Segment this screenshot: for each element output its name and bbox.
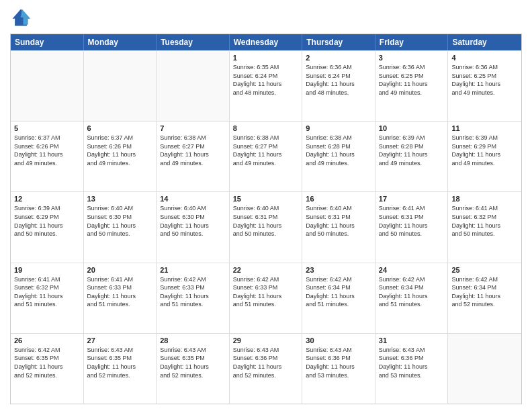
day-info: Sunrise: 6:43 AM Sunset: 6:36 PM Dayligh…	[306, 346, 371, 379]
calendar-cell: 4Sunrise: 6:36 AM Sunset: 6:25 PM Daylig…	[448, 51, 521, 121]
day-info: Sunrise: 6:43 AM Sunset: 6:35 PM Dayligh…	[87, 346, 153, 379]
calendar-header-friday: Friday	[375, 34, 449, 50]
day-info: Sunrise: 6:39 AM Sunset: 6:29 PM Dayligh…	[451, 134, 518, 167]
day-number: 23	[306, 266, 371, 274]
logo-icon	[10, 7, 32, 28]
calendar-cell: 31Sunrise: 6:43 AM Sunset: 6:36 PM Dayli…	[375, 334, 449, 404]
calendar-cell: 16Sunrise: 6:40 AM Sunset: 6:31 PM Dayli…	[302, 192, 375, 262]
calendar-row-5: 26Sunrise: 6:42 AM Sunset: 6:35 PM Dayli…	[11, 333, 521, 404]
day-number: 14	[160, 195, 226, 203]
day-number: 2	[306, 54, 371, 62]
day-info: Sunrise: 6:36 AM Sunset: 6:25 PM Dayligh…	[379, 63, 445, 97]
day-number: 26	[14, 336, 80, 345]
day-number: 16	[306, 195, 371, 203]
day-info: Sunrise: 6:40 AM Sunset: 6:30 PM Dayligh…	[160, 204, 226, 238]
calendar-cell: 7Sunrise: 6:38 AM Sunset: 6:27 PM Daylig…	[157, 122, 230, 191]
day-number: 18	[451, 195, 518, 203]
calendar-cell	[84, 51, 157, 121]
day-info: Sunrise: 6:41 AM Sunset: 6:33 PM Dayligh…	[87, 275, 153, 309]
day-info: Sunrise: 6:43 AM Sunset: 6:35 PM Dayligh…	[160, 346, 226, 379]
day-number: 21	[160, 266, 226, 274]
calendar-cell: 1Sunrise: 6:35 AM Sunset: 6:24 PM Daylig…	[230, 51, 303, 121]
calendar-header-saturday: Saturday	[448, 34, 521, 50]
day-number: 28	[160, 336, 226, 345]
calendar-cell	[11, 51, 84, 121]
calendar-header: SundayMondayTuesdayWednesdayThursdayFrid…	[11, 34, 521, 50]
calendar-cell: 20Sunrise: 6:41 AM Sunset: 6:33 PM Dayli…	[84, 263, 157, 333]
day-info: Sunrise: 6:42 AM Sunset: 6:33 PM Dayligh…	[160, 275, 226, 309]
day-number: 29	[233, 336, 299, 345]
day-number: 20	[87, 266, 153, 274]
day-number: 7	[160, 124, 226, 132]
day-info: Sunrise: 6:38 AM Sunset: 6:27 PM Dayligh…	[233, 134, 299, 167]
day-number: 4	[451, 54, 518, 62]
day-info: Sunrise: 6:41 AM Sunset: 6:32 PM Dayligh…	[451, 204, 518, 238]
day-info: Sunrise: 6:35 AM Sunset: 6:24 PM Dayligh…	[233, 63, 299, 97]
calendar-body: 1Sunrise: 6:35 AM Sunset: 6:24 PM Daylig…	[11, 50, 521, 404]
day-info: Sunrise: 6:42 AM Sunset: 6:33 PM Dayligh…	[233, 275, 299, 309]
day-number: 11	[451, 124, 518, 132]
calendar: SundayMondayTuesdayWednesdayThursdayFrid…	[10, 34, 522, 404]
day-info: Sunrise: 6:40 AM Sunset: 6:31 PM Dayligh…	[233, 204, 299, 238]
calendar-cell: 21Sunrise: 6:42 AM Sunset: 6:33 PM Dayli…	[157, 263, 230, 333]
calendar-cell: 8Sunrise: 6:38 AM Sunset: 6:27 PM Daylig…	[230, 122, 303, 191]
calendar-cell: 23Sunrise: 6:42 AM Sunset: 6:34 PM Dayli…	[302, 263, 375, 333]
calendar-cell: 13Sunrise: 6:40 AM Sunset: 6:30 PM Dayli…	[84, 192, 157, 262]
calendar-cell: 26Sunrise: 6:42 AM Sunset: 6:35 PM Dayli…	[11, 334, 84, 404]
calendar-cell: 12Sunrise: 6:39 AM Sunset: 6:29 PM Dayli…	[11, 192, 84, 262]
day-number: 24	[379, 266, 445, 274]
calendar-row-4: 19Sunrise: 6:41 AM Sunset: 6:32 PM Dayli…	[11, 263, 521, 333]
calendar-cell: 11Sunrise: 6:39 AM Sunset: 6:29 PM Dayli…	[448, 122, 521, 191]
day-number: 8	[233, 124, 299, 132]
day-info: Sunrise: 6:41 AM Sunset: 6:32 PM Dayligh…	[14, 275, 80, 309]
day-info: Sunrise: 6:41 AM Sunset: 6:31 PM Dayligh…	[379, 204, 445, 238]
calendar-cell	[157, 51, 230, 121]
calendar-row-1: 1Sunrise: 6:35 AM Sunset: 6:24 PM Daylig…	[11, 50, 521, 121]
logo	[10, 7, 34, 28]
day-info: Sunrise: 6:38 AM Sunset: 6:27 PM Dayligh…	[160, 134, 226, 167]
day-info: Sunrise: 6:40 AM Sunset: 6:30 PM Dayligh…	[87, 204, 153, 238]
day-number: 10	[379, 124, 445, 132]
calendar-cell: 27Sunrise: 6:43 AM Sunset: 6:35 PM Dayli…	[84, 334, 157, 404]
calendar-cell: 18Sunrise: 6:41 AM Sunset: 6:32 PM Dayli…	[448, 192, 521, 262]
day-info: Sunrise: 6:36 AM Sunset: 6:25 PM Dayligh…	[451, 63, 518, 97]
calendar-cell: 22Sunrise: 6:42 AM Sunset: 6:33 PM Dayli…	[230, 263, 303, 333]
day-number: 31	[379, 336, 445, 345]
day-number: 12	[14, 195, 80, 203]
day-number: 15	[233, 195, 299, 203]
calendar-header-wednesday: Wednesday	[230, 34, 303, 50]
day-number: 13	[87, 195, 153, 203]
calendar-cell: 15Sunrise: 6:40 AM Sunset: 6:31 PM Dayli…	[230, 192, 303, 262]
day-info: Sunrise: 6:42 AM Sunset: 6:34 PM Dayligh…	[306, 275, 371, 309]
calendar-cell: 5Sunrise: 6:37 AM Sunset: 6:26 PM Daylig…	[11, 122, 84, 191]
day-info: Sunrise: 6:38 AM Sunset: 6:28 PM Dayligh…	[306, 134, 371, 167]
day-number: 6	[87, 124, 153, 132]
page: SundayMondayTuesdayWednesdayThursdayFrid…	[0, 0, 532, 411]
calendar-cell	[448, 334, 521, 404]
calendar-cell: 25Sunrise: 6:42 AM Sunset: 6:34 PM Dayli…	[448, 263, 521, 333]
calendar-header-tuesday: Tuesday	[157, 34, 230, 50]
day-number: 22	[233, 266, 299, 274]
day-info: Sunrise: 6:42 AM Sunset: 6:35 PM Dayligh…	[14, 346, 80, 379]
calendar-cell: 2Sunrise: 6:36 AM Sunset: 6:24 PM Daylig…	[302, 51, 375, 121]
day-number: 25	[451, 266, 518, 274]
day-info: Sunrise: 6:42 AM Sunset: 6:34 PM Dayligh…	[379, 275, 445, 309]
day-info: Sunrise: 6:43 AM Sunset: 6:36 PM Dayligh…	[233, 346, 299, 379]
calendar-cell: 6Sunrise: 6:37 AM Sunset: 6:26 PM Daylig…	[84, 122, 157, 191]
header	[10, 7, 522, 28]
day-number: 1	[233, 54, 299, 62]
calendar-cell: 29Sunrise: 6:43 AM Sunset: 6:36 PM Dayli…	[230, 334, 303, 404]
calendar-header-sunday: Sunday	[11, 34, 84, 50]
day-info: Sunrise: 6:36 AM Sunset: 6:24 PM Dayligh…	[306, 63, 371, 97]
day-info: Sunrise: 6:39 AM Sunset: 6:29 PM Dayligh…	[14, 204, 80, 238]
calendar-cell: 3Sunrise: 6:36 AM Sunset: 6:25 PM Daylig…	[375, 51, 449, 121]
day-number: 30	[306, 336, 371, 345]
calendar-header-thursday: Thursday	[302, 34, 375, 50]
calendar-cell: 28Sunrise: 6:43 AM Sunset: 6:35 PM Dayli…	[157, 334, 230, 404]
calendar-row-3: 12Sunrise: 6:39 AM Sunset: 6:29 PM Dayli…	[11, 191, 521, 262]
calendar-cell: 10Sunrise: 6:39 AM Sunset: 6:28 PM Dayli…	[375, 122, 449, 191]
calendar-header-monday: Monday	[84, 34, 157, 50]
day-info: Sunrise: 6:40 AM Sunset: 6:31 PM Dayligh…	[306, 204, 371, 238]
day-info: Sunrise: 6:37 AM Sunset: 6:26 PM Dayligh…	[14, 134, 80, 167]
calendar-row-2: 5Sunrise: 6:37 AM Sunset: 6:26 PM Daylig…	[11, 121, 521, 191]
